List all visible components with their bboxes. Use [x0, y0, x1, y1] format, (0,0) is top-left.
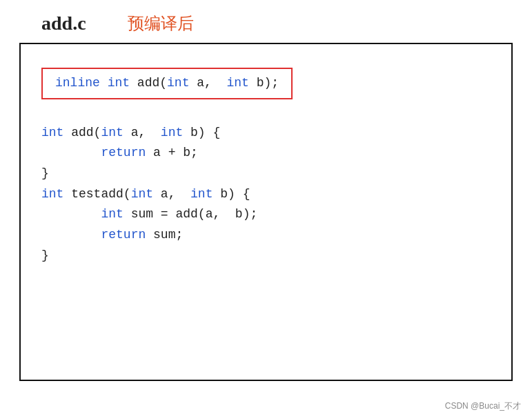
code-line: return a + b; — [41, 143, 491, 164]
highlight-declaration: inline int add(int a, int b); — [41, 68, 293, 99]
code-line: int testadd(int a, int b) { — [41, 184, 491, 205]
page-header: add.c 预编译后 — [0, 0, 532, 43]
code-block: int add(int a, int b) { return a + b; } … — [41, 123, 491, 266]
code-container: inline int add(int a, int b); int add(in… — [19, 43, 513, 381]
code-line: int sum = add(a, b); — [41, 204, 491, 225]
code-line: return sum; — [41, 225, 491, 246]
filename-label: add.c — [41, 12, 86, 35]
watermark: CSDN @Bucai_不才 — [445, 400, 521, 412]
subtitle-label: 预编译后 — [128, 12, 194, 35]
code-line: int add(int a, int b) { — [41, 123, 491, 144]
highlight-line: inline int add(int a, int b); — [55, 76, 279, 90]
code-line: } — [41, 246, 491, 266]
code-line: } — [41, 164, 491, 184]
